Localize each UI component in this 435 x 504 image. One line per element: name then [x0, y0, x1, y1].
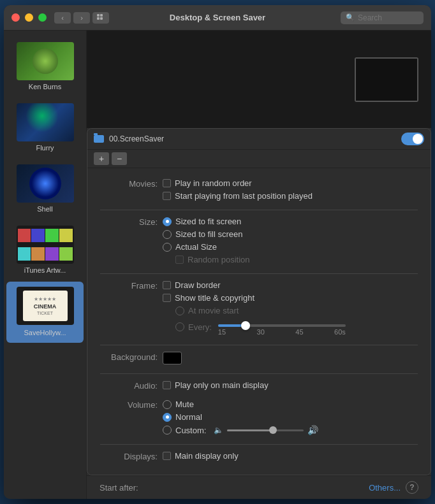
every-slider-container: 15 30 45 60s: [218, 320, 346, 336]
custom-radio[interactable]: [163, 426, 172, 435]
maximize-button[interactable]: [38, 13, 47, 22]
random-position-label: Random position: [188, 255, 250, 264]
main-display-only-checkbox[interactable]: [163, 452, 171, 460]
draw-border-checkbox[interactable]: [163, 281, 171, 289]
movies-row: Movies: Play in random order Start playi…: [100, 178, 418, 201]
volume-slider-container: 🔈 🔊: [214, 425, 318, 435]
show-title-checkbox[interactable]: [163, 294, 171, 302]
custom-row: Custom: 🔈 🔊: [163, 425, 418, 435]
title-bar: ‹ › Desktop & Screen Saver 🔍: [4, 5, 431, 31]
minimize-button[interactable]: [25, 13, 33, 22]
show-title-label: Show title & copyright: [175, 293, 254, 303]
sidebar-item-itunes[interactable]: iTunes Artw...: [6, 220, 84, 279]
sidebar-label-ken-burns: Ken Burns: [9, 83, 81, 90]
start-last-row: Start playing from last position played: [163, 191, 418, 201]
main-content: Ken Burns Flurry Shell: [4, 31, 431, 499]
grid-button[interactable]: [92, 12, 109, 24]
start-last-label: Start playing from last position played: [175, 191, 313, 201]
svg-rect-3: [100, 17, 103, 20]
ken-burns-thumb: [17, 42, 74, 80]
size-actual-radio[interactable]: [163, 243, 172, 252]
traffic-lights: [11, 13, 47, 22]
slider-label-45: 45: [295, 328, 303, 336]
volume-slider-thumb[interactable]: [269, 426, 277, 434]
remove-button[interactable]: −: [112, 152, 127, 165]
every-label: Every:: [188, 322, 212, 332]
save-holly-thumb: ★★★★★ CINEMA TICKET: [17, 287, 74, 325]
movies-label: Movies:: [100, 178, 158, 189]
normal-radio[interactable]: [163, 413, 172, 422]
volume-controls: Mute Normal Custom: 🔈: [163, 400, 418, 435]
frame-row: Frame: Draw border Show title & copyrigh…: [100, 280, 418, 336]
others-button[interactable]: Others...: [369, 483, 401, 493]
shell-thumb: [17, 164, 74, 203]
search-input[interactable]: [358, 13, 418, 22]
back-button[interactable]: ‹: [54, 12, 71, 24]
divider-1: [100, 210, 418, 210]
every-radio[interactable]: [175, 322, 184, 331]
mute-row: Mute: [163, 400, 418, 409]
slider-label-15: 15: [218, 328, 226, 336]
mute-radio[interactable]: [163, 400, 172, 409]
size-fill-label: Sized to fill screen: [175, 229, 243, 239]
mute-label: Mute: [175, 400, 194, 409]
frame-controls: Draw border Show title & copyright At mo…: [163, 280, 418, 336]
background-controls: [163, 352, 418, 364]
toggle-switch[interactable]: [401, 133, 424, 145]
svg-rect-0: [97, 14, 100, 17]
volume-slider-track: [227, 429, 304, 431]
size-label: Size:: [100, 217, 158, 227]
slider-label-30: 30: [257, 328, 265, 336]
play-random-label: Play in random order: [175, 178, 252, 188]
help-button[interactable]: ?: [406, 481, 418, 494]
start-last-checkbox[interactable]: [163, 192, 171, 200]
sidebar-label-savehollywood: SaveHollyw...: [9, 328, 81, 338]
size-actual-label: Actual Size: [175, 242, 217, 252]
background-color-swatch[interactable]: [163, 352, 182, 364]
preview-screen: [355, 57, 418, 102]
slider-label-60: 60s: [334, 328, 346, 336]
forward-button[interactable]: ›: [73, 12, 90, 24]
divider-4: [100, 373, 418, 374]
random-position-row: Random position: [175, 255, 418, 264]
every-row: Every: 15 30: [175, 318, 418, 336]
audio-label: Audio:: [100, 380, 158, 391]
sidebar-item-shell[interactable]: Shell: [6, 159, 84, 218]
close-button[interactable]: [11, 13, 20, 22]
window-title: Desktop & Screen Saver: [170, 13, 265, 22]
volume-label: Volume:: [100, 400, 158, 410]
svg-rect-1: [100, 14, 103, 17]
play-main-display-checkbox[interactable]: [163, 381, 171, 389]
play-main-display-label: Play only on main display: [175, 380, 269, 390]
size-fill-row: Sized to fill screen: [163, 229, 418, 239]
search-icon: 🔍: [346, 13, 355, 22]
nav-buttons: ‹ ›: [54, 12, 90, 24]
displays-label: Displays:: [100, 451, 158, 461]
background-label: Background:: [100, 352, 158, 362]
draw-border-row: Draw border: [163, 280, 418, 290]
audio-controls: Play only on main display: [163, 380, 418, 390]
flurry-thumb: [17, 103, 74, 141]
add-button[interactable]: +: [94, 152, 109, 165]
play-main-display-row: Play only on main display: [163, 380, 418, 390]
displays-row: Displays: Main display only: [100, 451, 418, 461]
play-random-checkbox[interactable]: [163, 179, 171, 187]
at-movie-start-row: At movie start: [175, 306, 418, 315]
size-fit-radio[interactable]: [163, 217, 172, 226]
sidebar-item-flurry[interactable]: Flurry: [6, 98, 84, 157]
size-fit-row: Sized to fit screen: [163, 217, 418, 226]
search-box: 🔍: [341, 11, 424, 24]
normal-label: Normal: [175, 412, 202, 422]
preview-area: [87, 31, 431, 128]
sidebar-item-ken-burns[interactable]: Ken Burns: [6, 37, 84, 96]
divider-5: [100, 444, 418, 445]
size-fill-radio[interactable]: [163, 230, 172, 239]
sidebar-label-shell: Shell: [9, 205, 81, 213]
frame-label: Frame:: [100, 280, 158, 291]
random-position-checkbox[interactable]: [175, 256, 184, 264]
background-row: Background:: [100, 352, 418, 364]
file-path-bar: 00.ScreenSaver: [87, 129, 431, 150]
sidebar-item-savehollywood[interactable]: ★★★★★ CINEMA TICKET SaveHollyw...: [6, 282, 84, 343]
add-remove-bar: + −: [87, 150, 431, 168]
at-movie-start-radio[interactable]: [175, 306, 184, 315]
